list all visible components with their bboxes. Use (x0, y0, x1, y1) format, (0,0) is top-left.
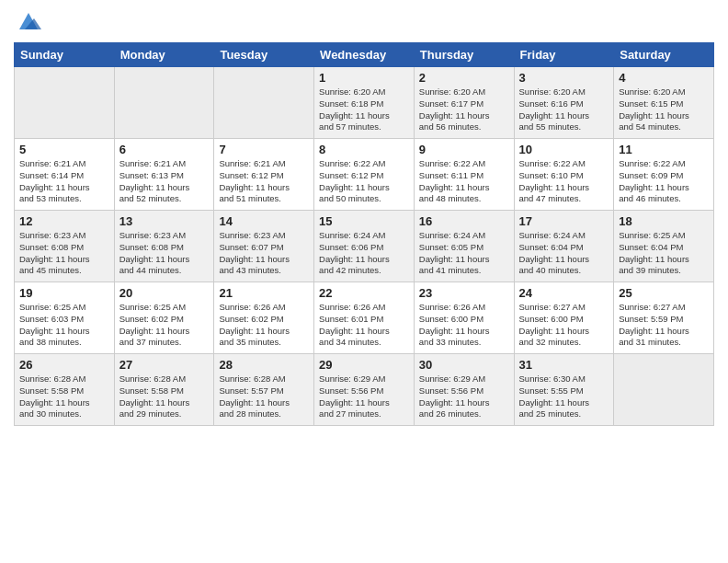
day-info: Sunrise: 6:20 AM Sunset: 6:16 PM Dayligh… (519, 86, 609, 133)
calendar-day-cell: 16Sunrise: 6:24 AM Sunset: 6:05 PM Dayli… (414, 211, 514, 282)
day-info: Sunrise: 6:24 AM Sunset: 6:06 PM Dayligh… (319, 230, 409, 277)
calendar-week-row: 19Sunrise: 6:25 AM Sunset: 6:03 PM Dayli… (15, 282, 714, 354)
calendar-day-cell (15, 67, 115, 139)
calendar-day-cell (114, 67, 214, 139)
calendar-day-cell: 3Sunrise: 6:20 AM Sunset: 6:16 PM Daylig… (514, 67, 614, 139)
day-number: 22 (319, 286, 409, 300)
calendar-day-cell: 28Sunrise: 6:28 AM Sunset: 5:57 PM Dayli… (214, 354, 314, 426)
day-number: 6 (119, 143, 210, 156)
calendar-day-cell: 25Sunrise: 6:27 AM Sunset: 5:59 PM Dayli… (614, 282, 714, 354)
day-info: Sunrise: 6:23 AM Sunset: 6:08 PM Dayligh… (19, 230, 109, 277)
calendar-day-cell: 14Sunrise: 6:23 AM Sunset: 6:07 PM Dayli… (214, 211, 314, 282)
day-info: Sunrise: 6:22 AM Sunset: 6:09 PM Dayligh… (619, 158, 709, 205)
day-info: Sunrise: 6:20 AM Sunset: 6:15 PM Dayligh… (619, 86, 709, 133)
calendar-day-cell (614, 354, 714, 426)
day-info: Sunrise: 6:22 AM Sunset: 6:10 PM Dayligh… (519, 158, 609, 205)
calendar-day-cell: 2Sunrise: 6:20 AM Sunset: 6:17 PM Daylig… (414, 67, 514, 139)
calendar-day-cell: 19Sunrise: 6:25 AM Sunset: 6:03 PM Dayli… (15, 282, 115, 354)
weekday-header-monday: Monday (114, 43, 214, 67)
day-info: Sunrise: 6:20 AM Sunset: 6:17 PM Dayligh… (419, 86, 509, 133)
day-info: Sunrise: 6:26 AM Sunset: 6:02 PM Dayligh… (219, 302, 309, 349)
calendar-day-cell: 24Sunrise: 6:27 AM Sunset: 6:00 PM Dayli… (514, 282, 614, 354)
day-number: 28 (219, 358, 309, 372)
calendar-day-cell: 31Sunrise: 6:30 AM Sunset: 5:55 PM Dayli… (514, 354, 614, 426)
day-number: 5 (19, 143, 109, 156)
weekday-header-thursday: Thursday (414, 43, 514, 67)
day-info: Sunrise: 6:28 AM Sunset: 5:58 PM Dayligh… (119, 373, 210, 420)
day-info: Sunrise: 6:25 AM Sunset: 6:03 PM Dayligh… (19, 302, 109, 349)
day-number: 21 (219, 286, 309, 300)
calendar-day-cell: 29Sunrise: 6:29 AM Sunset: 5:56 PM Dayli… (314, 354, 415, 426)
day-number: 7 (219, 143, 309, 156)
calendar-day-cell: 5Sunrise: 6:21 AM Sunset: 6:14 PM Daylig… (15, 139, 115, 211)
day-number: 15 (319, 214, 409, 228)
calendar-day-cell: 22Sunrise: 6:26 AM Sunset: 6:01 PM Dayli… (314, 282, 415, 354)
day-info: Sunrise: 6:20 AM Sunset: 6:18 PM Dayligh… (319, 86, 409, 133)
day-number: 24 (519, 286, 609, 300)
calendar-day-cell: 13Sunrise: 6:23 AM Sunset: 6:08 PM Dayli… (114, 211, 214, 282)
calendar-day-cell (214, 67, 314, 139)
calendar-day-cell: 30Sunrise: 6:29 AM Sunset: 5:56 PM Dayli… (414, 354, 514, 426)
day-number: 18 (619, 214, 709, 228)
day-number: 14 (219, 214, 309, 228)
day-info: Sunrise: 6:28 AM Sunset: 5:57 PM Dayligh… (219, 373, 309, 420)
day-number: 1 (319, 71, 409, 85)
calendar-day-cell: 26Sunrise: 6:28 AM Sunset: 5:58 PM Dayli… (15, 354, 115, 426)
calendar-day-cell: 9Sunrise: 6:22 AM Sunset: 6:11 PM Daylig… (414, 139, 514, 211)
day-number: 8 (319, 143, 409, 156)
calendar-day-cell: 11Sunrise: 6:22 AM Sunset: 6:09 PM Dayli… (614, 139, 714, 211)
calendar-day-cell: 17Sunrise: 6:24 AM Sunset: 6:04 PM Dayli… (514, 211, 614, 282)
day-number: 3 (519, 71, 609, 85)
day-info: Sunrise: 6:29 AM Sunset: 5:56 PM Dayligh… (419, 373, 509, 420)
day-info: Sunrise: 6:23 AM Sunset: 6:07 PM Dayligh… (219, 230, 309, 277)
weekday-header-saturday: Saturday (614, 43, 714, 67)
page: SundayMondayTuesdayWednesdayThursdayFrid… (0, 0, 728, 563)
day-info: Sunrise: 6:30 AM Sunset: 5:55 PM Dayligh… (519, 373, 609, 420)
calendar-day-cell: 1Sunrise: 6:20 AM Sunset: 6:18 PM Daylig… (314, 67, 415, 139)
calendar-day-cell: 7Sunrise: 6:21 AM Sunset: 6:12 PM Daylig… (214, 139, 314, 211)
day-number: 4 (619, 71, 709, 85)
day-number: 31 (519, 358, 609, 372)
day-info: Sunrise: 6:22 AM Sunset: 6:12 PM Dayligh… (319, 158, 409, 205)
day-number: 19 (19, 286, 109, 300)
day-number: 2 (419, 71, 509, 85)
calendar-day-cell: 18Sunrise: 6:25 AM Sunset: 6:04 PM Dayli… (614, 211, 714, 282)
day-info: Sunrise: 6:23 AM Sunset: 6:08 PM Dayligh… (119, 230, 210, 277)
calendar-day-cell: 15Sunrise: 6:24 AM Sunset: 6:06 PM Dayli… (314, 211, 415, 282)
weekday-header-wednesday: Wednesday (314, 43, 415, 67)
day-number: 30 (419, 358, 509, 372)
day-info: Sunrise: 6:27 AM Sunset: 6:00 PM Dayligh… (519, 302, 609, 349)
day-number: 11 (619, 143, 709, 156)
day-info: Sunrise: 6:25 AM Sunset: 6:02 PM Dayligh… (119, 302, 210, 349)
calendar-week-row: 12Sunrise: 6:23 AM Sunset: 6:08 PM Dayli… (15, 211, 714, 282)
day-info: Sunrise: 6:22 AM Sunset: 6:11 PM Dayligh… (419, 158, 509, 205)
calendar-week-row: 1Sunrise: 6:20 AM Sunset: 6:18 PM Daylig… (15, 67, 714, 139)
calendar-day-cell: 10Sunrise: 6:22 AM Sunset: 6:10 PM Dayli… (514, 139, 614, 211)
calendar-day-cell: 6Sunrise: 6:21 AM Sunset: 6:13 PM Daylig… (114, 139, 214, 211)
day-number: 26 (19, 358, 109, 372)
weekday-header-friday: Friday (514, 43, 614, 67)
weekday-header-tuesday: Tuesday (214, 43, 314, 67)
day-number: 23 (419, 286, 509, 300)
day-info: Sunrise: 6:26 AM Sunset: 6:01 PM Dayligh… (319, 302, 409, 349)
calendar-day-cell: 27Sunrise: 6:28 AM Sunset: 5:58 PM Dayli… (114, 354, 214, 426)
day-number: 25 (619, 286, 709, 300)
day-info: Sunrise: 6:29 AM Sunset: 5:56 PM Dayligh… (319, 373, 409, 420)
calendar-week-row: 5Sunrise: 6:21 AM Sunset: 6:14 PM Daylig… (15, 139, 714, 211)
day-number: 10 (519, 143, 609, 156)
logo (14, 9, 41, 35)
day-info: Sunrise: 6:21 AM Sunset: 6:12 PM Dayligh… (219, 158, 309, 205)
header (14, 9, 714, 35)
day-info: Sunrise: 6:26 AM Sunset: 6:00 PM Dayligh… (419, 302, 509, 349)
calendar-week-row: 26Sunrise: 6:28 AM Sunset: 5:58 PM Dayli… (15, 354, 714, 426)
day-number: 13 (119, 214, 210, 228)
day-info: Sunrise: 6:21 AM Sunset: 6:14 PM Dayligh… (19, 158, 109, 205)
day-number: 29 (319, 358, 409, 372)
day-info: Sunrise: 6:27 AM Sunset: 5:59 PM Dayligh… (619, 302, 709, 349)
weekday-header-sunday: Sunday (15, 43, 115, 67)
day-number: 20 (119, 286, 210, 300)
day-info: Sunrise: 6:24 AM Sunset: 6:04 PM Dayligh… (519, 230, 609, 277)
day-number: 12 (19, 214, 109, 228)
calendar-table: SundayMondayTuesdayWednesdayThursdayFrid… (14, 42, 714, 426)
calendar-day-cell: 8Sunrise: 6:22 AM Sunset: 6:12 PM Daylig… (314, 139, 415, 211)
